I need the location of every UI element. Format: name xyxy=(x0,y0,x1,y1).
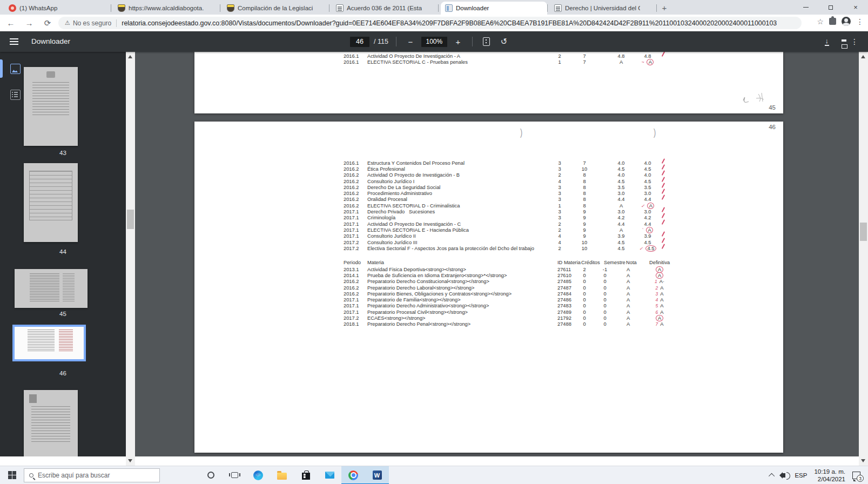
hidden-icons-chevron[interactable] xyxy=(769,473,775,479)
viewer-scrollbar[interactable] xyxy=(859,52,868,466)
windows-taskbar: Escribe aquí para buscar W ESP 10:19 a. … xyxy=(0,466,868,484)
thumbnail-image[interactable] xyxy=(15,269,88,308)
close-window-button[interactable]: × xyxy=(843,0,868,15)
transcript-row: 2017.1 Criminología 3 9 4.2 4.2 xyxy=(194,215,783,221)
header-semestre: Semestre xyxy=(604,260,625,265)
cell-semestre: 10 xyxy=(574,240,595,245)
fit-page-button[interactable] xyxy=(480,35,493,48)
cell-periodo: 2016.1 xyxy=(344,53,367,59)
definitiva-value: 4.0 xyxy=(644,172,651,178)
thumbnail-image[interactable] xyxy=(12,325,86,361)
not-secure-warning-icon[interactable]: ⚠ xyxy=(65,19,70,26)
thumbnail-image[interactable] xyxy=(24,390,78,456)
page-thumbnail[interactable] xyxy=(0,390,126,456)
minimize-button[interactable] xyxy=(793,0,818,15)
menu-icon[interactable] xyxy=(10,38,18,45)
zoom-out-button[interactable]: − xyxy=(404,35,417,48)
tab-close-icon[interactable] xyxy=(643,4,652,12)
back-button[interactable]: ← xyxy=(3,16,18,31)
new-tab-button[interactable]: + xyxy=(658,3,671,14)
download-button[interactable]: ↓ xyxy=(825,38,830,46)
edge-button[interactable] xyxy=(246,466,270,484)
cell-definitiva: 3.0 xyxy=(635,209,660,214)
cortana-button[interactable] xyxy=(199,466,223,484)
browser-tab[interactable]: Acuerdo 036 de 2011 (Estatuto A xyxy=(332,2,438,15)
scrollbar-thumb[interactable] xyxy=(860,223,867,241)
browser-tab[interactable]: Downloader xyxy=(441,2,547,15)
tab-close-icon[interactable] xyxy=(534,4,543,12)
restore-button[interactable] xyxy=(818,0,843,15)
red-annotation-mark: 6 xyxy=(655,310,658,315)
tab-close-icon[interactable] xyxy=(316,4,325,12)
cell-creditos: 0 xyxy=(579,279,590,284)
cell-semestre: 9 xyxy=(574,227,595,233)
taskbar-search-input[interactable]: Escribe aquí para buscar xyxy=(24,468,160,482)
chrome-button[interactable] xyxy=(341,466,365,484)
scrollbar-thumb[interactable] xyxy=(127,210,134,229)
red-annotation-mark: 5 xyxy=(655,303,658,308)
url-text[interactable]: relatoria.consejodeestado.gov.co:8080/Vi… xyxy=(122,19,777,27)
profile-avatar[interactable] xyxy=(842,17,851,26)
sidebar-scrollbar[interactable] xyxy=(126,52,135,466)
red-annotation-mark: ~ xyxy=(642,59,644,65)
microsoft-store-button[interactable] xyxy=(294,466,318,484)
minimize-icon xyxy=(803,7,809,8)
browser-menu-icon[interactable]: ⋮ xyxy=(856,17,864,26)
zoom-level-input[interactable]: 100% xyxy=(421,37,447,47)
tab-close-icon[interactable] xyxy=(207,4,216,12)
scroll-down-arrow[interactable] xyxy=(128,459,132,462)
page-thumbnail[interactable]: 46 xyxy=(0,325,126,361)
language-indicator[interactable]: ESP xyxy=(795,472,807,479)
scroll-up-arrow[interactable] xyxy=(861,55,865,58)
search-placeholder: Escribe aquí para buscar xyxy=(38,472,110,479)
cell-semestre: 10 xyxy=(574,246,595,251)
security-label[interactable]: No es seguro xyxy=(73,19,111,27)
zoom-in-button[interactable]: + xyxy=(452,35,465,48)
thumbnail-image[interactable] xyxy=(24,163,78,242)
page-number-input[interactable]: 46 xyxy=(350,37,369,47)
cell-nota: A xyxy=(623,285,634,291)
rotate-button[interactable]: ↺ xyxy=(496,34,512,49)
cell-materia: Preparatorio de Familia<strong></strong> xyxy=(367,297,549,302)
page-thumbnail[interactable]: 43 xyxy=(0,67,126,146)
refresh-button[interactable]: ⟳ xyxy=(40,16,55,31)
forward-button[interactable]: → xyxy=(22,16,37,31)
transcript-row: 2017.1 Preparatorio Procesal Civil<stron… xyxy=(194,309,783,315)
red-annotation-mark: 3 xyxy=(655,291,658,297)
transcript-row: 2016.2 Actividad O Proyecto de Investiga… xyxy=(194,172,783,178)
thumbnail-image[interactable] xyxy=(24,67,78,146)
clock[interactable]: 10:19 a. m. 2/04/2021 xyxy=(814,468,845,483)
browser-tab[interactable]: (1) WhatsApp xyxy=(4,2,111,15)
omnibox-divider xyxy=(116,19,117,27)
folder-icon xyxy=(277,473,287,480)
pdf-more-options-icon[interactable]: ⋮ xyxy=(851,37,858,46)
cell-creditos: 3 xyxy=(549,166,570,172)
start-button[interactable] xyxy=(0,466,24,484)
file-explorer-button[interactable] xyxy=(270,466,294,484)
page-thumbnail[interactable]: 45 xyxy=(0,269,126,308)
cell-periodo: 2017.1 xyxy=(344,215,367,220)
cell-creditos: 3 xyxy=(549,185,570,190)
scroll-down-arrow[interactable] xyxy=(861,459,865,462)
task-view-button[interactable] xyxy=(223,466,246,484)
red-annotation-mark: 7 xyxy=(655,321,658,327)
browser-tab[interactable]: https://www.alcaldiabogota.gov.c xyxy=(113,2,220,15)
browser-url-bar: ← → ⟳ ⚠ No es seguro relatoria.consejode… xyxy=(0,15,868,31)
tab-close-icon[interactable] xyxy=(98,4,106,12)
cell-materia: ELECTIVA SECTORIAL D - Criminalistica xyxy=(367,203,549,209)
mail-button[interactable] xyxy=(318,466,341,484)
action-center-icon[interactable]: 3 xyxy=(852,472,860,479)
word-button[interactable]: W xyxy=(365,466,389,484)
table2-header-row: Periodo Materia ID Materia Créditos Seme… xyxy=(194,260,783,266)
cell-nota: A xyxy=(623,279,634,284)
bookmark-star-icon[interactable]: ☆ xyxy=(817,17,824,26)
tab-close-icon[interactable] xyxy=(425,4,434,12)
scroll-up-arrow[interactable] xyxy=(128,55,132,58)
browser-tab[interactable]: Compilación de la Legislación Ap xyxy=(223,2,329,15)
extensions-icon[interactable] xyxy=(829,18,836,25)
browser-tab[interactable]: Derecho | Universidad del Cauca xyxy=(550,2,656,15)
volume-icon[interactable] xyxy=(782,473,785,478)
omnibox[interactable]: ⚠ No es seguro relatoria.consejodeestado… xyxy=(58,17,802,29)
page-thumbnail[interactable]: 44 xyxy=(0,163,126,242)
cell-periodo: 2016.2 xyxy=(344,191,367,196)
